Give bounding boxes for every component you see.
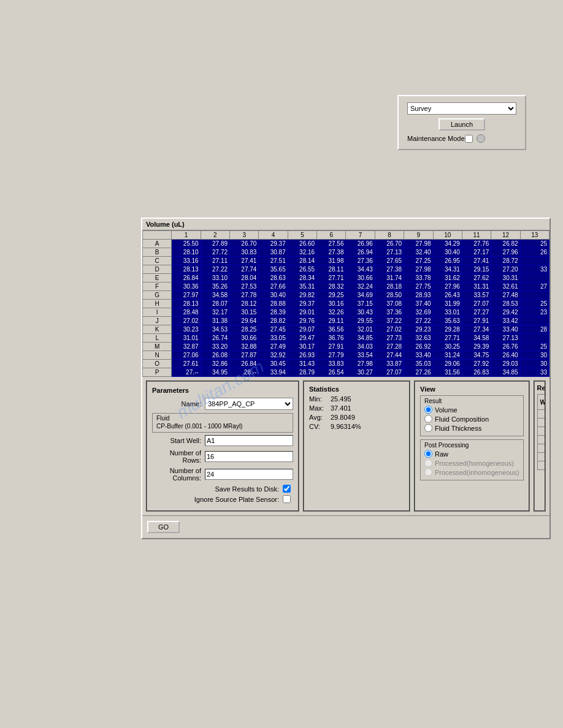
grid-cell: 27.72 — [201, 248, 229, 257]
grid-cell: 33.54 — [346, 351, 375, 360]
ignore-sensor-checkbox[interactable] — [283, 495, 291, 503]
go-button[interactable]: GO — [147, 521, 180, 533]
name-dropdown[interactable]: 384PP_AQ_CP — [205, 398, 293, 410]
row-header: E — [143, 274, 172, 282]
save-results-checkbox[interactable] — [283, 485, 291, 493]
grid-cell: 27.41 — [462, 257, 491, 265]
fluid-composition-radio[interactable] — [424, 415, 432, 423]
grid-cell: 33.42 — [491, 317, 520, 325]
grid-cell: 34.43 — [346, 265, 375, 274]
grid-cell: 30.45 — [259, 360, 288, 368]
result-group: Result Volume Fluid Composition Fluid Th… — [420, 395, 524, 436]
parameters-panel: Parameters Name: 384PP_AQ_CP Fluid CP-Bu… — [146, 381, 299, 512]
grid-cell: 27.51 — [259, 257, 288, 265]
grid-cell: 28.14 — [288, 257, 316, 265]
fluid-comp-radio-row: Fluid Composition — [424, 415, 519, 423]
list-item: A431 — [537, 436, 546, 444]
grid-cell: 27.13 — [491, 334, 520, 343]
grid-cell: 26.60 — [288, 240, 316, 248]
grid-cell: 28.10 — [172, 248, 201, 257]
grid-cell: 27.27 — [462, 308, 491, 317]
grid-cell: 30.43 — [346, 308, 375, 317]
row-header: A — [143, 240, 172, 248]
grid-cell: 35.26 — [201, 282, 229, 291]
grid-cell: 27.62 — [462, 274, 491, 282]
num-cols-label: Number of Columns: — [152, 467, 201, 482]
grid-cell: 27.07 — [462, 300, 491, 308]
result-legend: Result — [424, 398, 519, 404]
fluid-thickness-radio[interactable] — [424, 424, 432, 432]
grid-cell: 29.55 — [346, 317, 375, 325]
num-rows-input[interactable] — [205, 451, 293, 462]
post-group: Post Processing Raw Processed(homogeneou… — [420, 439, 524, 480]
row-header: J — [143, 317, 172, 325]
col-header-11: 11 — [462, 231, 491, 240]
processed-homo-radio[interactable] — [424, 459, 432, 467]
row-header: M — [143, 343, 172, 351]
grid-cell: 26.92 — [404, 343, 433, 351]
avg-label: Avg: — [309, 414, 331, 421]
grid-cell: 25.50 — [172, 240, 201, 248]
col-header-1: 1 — [172, 231, 201, 240]
grid-cell: 32.16 — [288, 248, 316, 257]
raw-radio[interactable] — [424, 450, 432, 458]
row-header: L — [143, 334, 172, 343]
table-row: A25.5027.8926.7029.3726.6027.5626.9626.7… — [143, 240, 550, 248]
grid-cell: 35.63 — [433, 317, 462, 325]
grid-cell: 34.03 — [346, 343, 375, 351]
grid-cell: 35.03 — [404, 360, 433, 368]
grid-cell: 33.01 — [433, 308, 462, 317]
grid-cell: 30 — [520, 351, 549, 360]
bottom-section: Parameters Name: 384PP_AQ_CP Fluid CP-Bu… — [142, 377, 550, 515]
maintenance-label: Maintenance Mode — [407, 135, 465, 142]
grid-cell: 29.47 — [288, 334, 316, 343]
grid-cell: 34.58 — [201, 291, 229, 300]
grid-cell: 33.78 — [404, 274, 433, 282]
grid-cell: 33.94 — [259, 368, 288, 377]
grid-cell: 26.43 — [433, 291, 462, 300]
grid-cell: 27.17 — [462, 248, 491, 257]
processed-inhomo-label: Processed(inhomogeneous) — [435, 469, 519, 476]
view-legend: View — [420, 385, 524, 393]
grid-cell: 27.49 — [259, 343, 288, 351]
num-cols-input[interactable] — [205, 469, 293, 480]
grid-cell: 28.39 — [259, 308, 288, 317]
col-header-5: 5 — [288, 231, 316, 240]
grid-cell: 27.96 — [491, 248, 520, 257]
grid-cell — [520, 334, 549, 343]
grid-cell: 32.92 — [259, 351, 288, 360]
start-well-input[interactable] — [205, 435, 293, 446]
launch-button[interactable]: Launch — [439, 118, 485, 131]
data-grid-container: 1 2 3 4 5 6 7 8 9 10 11 12 13 A25.5027.8… — [142, 230, 550, 377]
fluid-composition-label: Fluid Composition — [435, 415, 489, 423]
num-cols-row: Number of Columns: — [152, 467, 293, 482]
grid-cell: 27.66 — [259, 282, 288, 291]
grid-cell: 26.76 — [491, 343, 520, 351]
grid-cell: 27.71 — [317, 274, 346, 282]
grid-cell: 26.74 — [201, 334, 229, 343]
grid-cell: 27.36 — [346, 257, 375, 265]
grid-cell: 29.23 — [404, 325, 433, 334]
survey-dropdown[interactable]: Survey — [407, 102, 516, 115]
list-item: A231 — [537, 419, 546, 427]
grid-cell: 31.56 — [433, 368, 462, 377]
results-legend: Results — [537, 384, 542, 392]
ignore-sensor-row: Ignore Source Plate Sensor: — [152, 495, 293, 503]
grid-cell: 30.66 — [230, 334, 259, 343]
grid-cell: 36.56 — [317, 325, 346, 334]
grid-cell: 27.25 — [404, 257, 433, 265]
row-header: G — [143, 291, 172, 300]
grid-cell: 29.64 — [230, 317, 259, 325]
grid-cell: 32.24 — [346, 282, 375, 291]
grid-cell: 26.93 — [288, 351, 316, 360]
volume-radio[interactable] — [424, 406, 432, 414]
row-header: O — [143, 360, 172, 368]
processed-inhomo-radio[interactable] — [424, 468, 432, 476]
grid-cell: 37.36 — [375, 308, 404, 317]
maintenance-checkbox[interactable] — [465, 135, 473, 143]
grid-cell: 33 — [520, 368, 549, 377]
grid-cell: 26.83 — [462, 368, 491, 377]
grid-cell: 30.36 — [172, 282, 201, 291]
max-value: 37.401 — [331, 404, 351, 412]
grid-cell: 27.91 — [317, 343, 346, 351]
